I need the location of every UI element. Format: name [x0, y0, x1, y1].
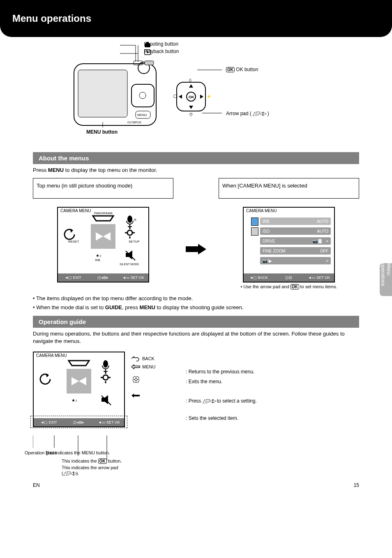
svg-text:MENU: MENU	[137, 113, 147, 117]
row-wb-val: AUTO	[317, 219, 328, 224]
callout-ok-text: OK button	[236, 67, 258, 72]
col-camera-menu: When [CAMERA MENU] is selected CAMERA ME…	[219, 178, 359, 291]
section-about-menus: About the menus	[33, 152, 359, 164]
desc-back: : Returns to the previous menu.	[186, 369, 254, 375]
guide-icons: ★♪	[34, 357, 124, 422]
row-dzoom-val: >	[326, 259, 328, 263]
callout-ok: OK OK button	[226, 67, 258, 72]
row-fine-val: OFF	[320, 249, 328, 253]
svg-point-6	[139, 92, 146, 99]
back-icon	[131, 356, 141, 361]
txt-b: to display the top menu on the monitor.	[65, 167, 157, 173]
bottom-bar: ◄▢ EXIT ◫◂⊞▸ ◄▭ SET OK	[58, 273, 148, 282]
big-arrow-icon	[186, 244, 206, 255]
operation-intro: During menu operations, the buttons and …	[33, 330, 359, 345]
svg-text:⚡: ⚡	[206, 94, 212, 99]
play-icon	[144, 49, 151, 56]
svg-text:🖵: 🖵	[173, 94, 178, 99]
page-footer: EN 15	[33, 482, 359, 488]
row-iso-val: AUTO	[317, 229, 328, 234]
row-fine: FINE ZOOM	[263, 249, 320, 253]
txt-menu: MENU	[48, 167, 64, 173]
set-icon	[131, 393, 141, 398]
row-drive: DRIVE	[263, 239, 313, 243]
bb-set2: SET	[316, 276, 323, 280]
og-menu: This indicates the MENU button.	[45, 450, 110, 455]
desc-move-b: to select a setting.	[217, 398, 257, 404]
og-ok-a: This indicates the	[62, 458, 98, 463]
svg-point-30	[127, 215, 132, 223]
callout-play: Playback button	[144, 49, 179, 54]
page-banner: Menu operations	[0, 0, 392, 37]
caption-right: • Use the arrow pad and OK to set menu i…	[235, 284, 342, 289]
footer-page: 15	[354, 482, 359, 488]
og-arrow-sym: △▽◁▷	[63, 470, 76, 476]
screen-guide: CAMERA MENU ★♪ ◄▢ EXIT ◫◂⊞▸ ◄▭ SET OK	[33, 352, 125, 427]
top-menu-icons: RESET PANORAMA R SETUP ★♪ WB	[58, 212, 148, 278]
desc-set: : Sets the selected item.	[186, 415, 238, 421]
bb-set: SET	[131, 276, 138, 280]
desc-move-sym: △▽◁▷	[203, 398, 216, 404]
guide-mini-icons: BACK MENU	[131, 352, 180, 430]
og-menu-a: This indicates the	[45, 450, 82, 455]
arrow-pad-label: Arrow pad (	[226, 111, 251, 116]
bb-back: BACK	[258, 276, 268, 280]
banner-title: Menu operations	[12, 13, 91, 24]
row-wb: WB	[263, 219, 317, 224]
section-operation-guide: Operation guide	[33, 316, 359, 328]
og-menu-b: button.	[95, 450, 110, 455]
svg-text:SETUP: SETUP	[129, 240, 140, 243]
bb-exit: EXIT	[73, 276, 81, 280]
txt-a: Press	[33, 167, 48, 173]
arrow-pad-symbols: △▽◁▷	[253, 110, 266, 116]
ok-icon-small: OK	[291, 284, 299, 289]
camera-diagram: MENU OLYMPUS OK ⎙ ⏱ 🖵 ⚡	[33, 41, 359, 140]
top-menu-label: Top menu (in still picture shooting mode…	[33, 178, 173, 199]
guide-descriptions: : Returns to the previous menu. : Exits …	[186, 352, 359, 472]
og-arrow: This indicates the arrow pad (△▽◁▷).	[62, 465, 125, 476]
cap-a: • Use the arrow pad and	[240, 284, 290, 289]
callout-shoot: Shooting button	[144, 41, 178, 47]
lower-wrap: CAMERA MENU ★♪ ◄▢ EXIT ◫◂⊞▸ ◄▭ SET OK	[33, 352, 359, 472]
col-top-menu: Top menu (in still picture shooting mode…	[33, 178, 173, 291]
bb-ok2: OK	[325, 276, 330, 280]
desc-exit: : Exits the menu.	[186, 379, 222, 384]
arrow-between	[186, 241, 206, 257]
svg-rect-1	[78, 70, 127, 117]
ok-icon: OK	[226, 67, 235, 72]
svg-text:R: R	[134, 218, 136, 222]
desc-move-a: : Press	[186, 398, 203, 404]
footer-lang: EN	[33, 482, 40, 488]
svg-text:⎙: ⎙	[189, 78, 191, 82]
svg-text:SILENT MODE: SILENT MODE	[120, 263, 139, 266]
svg-text:★♪: ★♪	[96, 253, 101, 258]
og-arrow-b: ).	[76, 471, 79, 476]
svg-text:⏱: ⏱	[189, 112, 193, 117]
arrow-pad-close: )	[267, 111, 269, 116]
svg-rect-4	[145, 61, 154, 65]
svg-point-38	[103, 360, 108, 368]
svg-text:★♪: ★♪	[71, 398, 77, 403]
dashed-box	[30, 416, 127, 428]
bullet-1: • The items displayed on the top menu di…	[33, 295, 359, 302]
svg-text:WB: WB	[95, 258, 100, 262]
svg-text:OK: OK	[189, 95, 194, 99]
bullet-2: • When the mode dial is set to GUIDE, pr…	[33, 304, 359, 311]
callout-menu: MENU button	[86, 129, 118, 135]
cap-b: to set menu items.	[300, 284, 337, 289]
camera-menu-label: When [CAMERA MENU] is selected	[219, 178, 359, 199]
svg-text:RESET: RESET	[68, 240, 79, 243]
arrowpad-icon	[131, 376, 141, 383]
bb-ok: OK	[139, 276, 144, 280]
screens-row: Top menu (in still picture shooting mode…	[33, 178, 359, 291]
side-tab: Menu operations	[380, 263, 392, 296]
callout-arrow-pad: Arrow pad ( △▽◁▷ )	[226, 110, 269, 116]
mini-back-text: BACK	[142, 356, 154, 361]
side-tab-text: Menu operations	[380, 263, 392, 296]
og-ok: This indicates the OK button.	[62, 458, 122, 463]
camera-svg: MENU OLYMPUS OK ⎙ ⏱ 🖵 ⚡	[33, 41, 353, 140]
svg-text:PANORAMA: PANORAMA	[94, 212, 113, 215]
screen-top-menu: CAMERA MENU RESET PANORAMA R SETUP	[57, 207, 149, 282]
og-labels: Operation guide This indicates the MENU …	[33, 439, 125, 472]
lower-screen-wrap: CAMERA MENU ★♪ ◄▢ EXIT ◫◂⊞▸ ◄▭ SET OK	[33, 352, 125, 472]
